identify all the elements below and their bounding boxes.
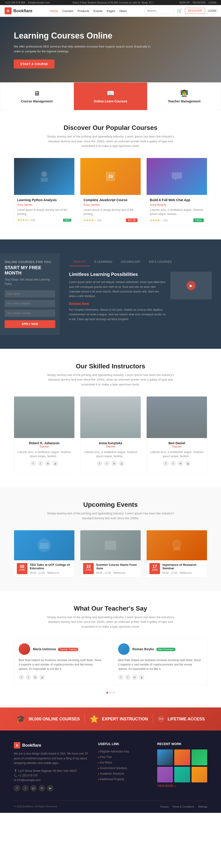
footer-li-icon[interactable]: in	[39, 785, 45, 792]
feature-box-online[interactable]: 📖 Online Learn Courses	[74, 82, 147, 110]
github-3-icon[interactable]: g	[185, 461, 191, 466]
t1-fb-icon[interactable]: f	[19, 675, 24, 680]
t1-tw-icon[interactable]: t	[26, 675, 31, 680]
footer-link-4[interactable]: Government Solutions	[98, 767, 127, 770]
footer-link-1[interactable]: Register Admission Key	[98, 750, 129, 753]
github-icon[interactable]: g	[52, 461, 58, 466]
nav-item-products[interactable]: Products	[78, 9, 89, 13]
login-link[interactable]: LOGIN	[209, 1, 216, 4]
nav-item-pages[interactable]: Pages	[107, 9, 115, 13]
register-now-link[interactable]: Register Now!	[69, 302, 89, 305]
footer-fb-icon[interactable]: f	[14, 785, 20, 792]
course-2-footer: ★★★★☆ (22) $47.00	[83, 218, 138, 222]
recent-thumb-1[interactable]	[157, 749, 173, 765]
facebook-3-icon[interactable]: f	[163, 461, 169, 466]
nav-item-events[interactable]: Events	[94, 9, 103, 13]
recent-thumb-6[interactable]	[191, 767, 207, 782]
event-card-3[interactable]: 17 JUNE Importance of Research Seminar 0…	[146, 530, 207, 577]
form-name-input[interactable]	[5, 290, 55, 298]
footer-recent-title: RECENT WORK	[157, 742, 207, 746]
cart-icon[interactable]: 🛒	[177, 8, 182, 13]
tab-vocabulary[interactable]: VOCABULARY	[116, 258, 145, 266]
nav-item-home[interactable]: Home	[50, 9, 58, 13]
instructor-2-role: Teacher	[83, 445, 138, 448]
form-email-input[interactable]	[5, 300, 55, 307]
course-card-chat[interactable]: Build A Full Web Chat App Anna Murphy Lo…	[146, 158, 207, 225]
t1-gh-icon[interactable]: g	[39, 675, 45, 680]
signup-link[interactable]: SIGN UP	[179, 1, 189, 4]
course-card-javascript[interactable]: JS Complete JavaScript Course Rosy Janse…	[80, 158, 141, 225]
tab-facility[interactable]: FACILITY	[69, 258, 90, 266]
testimonial-2-text: Best Rate helped our business increase i…	[118, 658, 202, 672]
register-button[interactable]: REGISTER	[185, 8, 205, 14]
facebook-2-icon[interactable]: f	[97, 461, 102, 466]
recent-thumb-3[interactable]	[191, 749, 207, 765]
form-phone-input[interactable]	[5, 310, 55, 317]
feature-box-teacher[interactable]: 👨‍🏫 Teacher Management	[147, 82, 221, 110]
facebook-icon[interactable]: f	[30, 461, 36, 466]
course-2-price: $47.00	[126, 218, 138, 222]
linkedin-icon[interactable]: in	[45, 461, 51, 466]
tab-kids[interactable]: KID'S COURSES	[145, 258, 176, 266]
dark-video-panel[interactable]: ▶	[170, 272, 212, 300]
footer-link-3[interactable]: Our Plans	[98, 761, 112, 764]
register-link[interactable]: REGISTER	[192, 1, 205, 4]
testimonials-section: What Our Teacher's Say Simply dummy text…	[0, 591, 221, 708]
event-card-2[interactable]: 10 JUNE Summer Course Starts From June 0…	[80, 530, 141, 577]
stars-2-icon: ★★★★☆	[83, 219, 96, 222]
instructor-card-1[interactable]: Robert K. Johanson Teacher Lobortis arcu…	[14, 396, 75, 473]
footer-gp-icon[interactable]: g+	[30, 785, 37, 792]
nav-item-news[interactable]: News	[119, 9, 127, 13]
recent-thumb-5[interactable]	[174, 767, 190, 782]
footer-yt-icon[interactable]: ▶	[47, 785, 53, 792]
linkedin-2-icon[interactable]: in	[111, 461, 117, 466]
footer-privacy-link[interactable]: Privacy	[160, 805, 169, 808]
t2-li-icon[interactable]: in	[132, 675, 138, 680]
hero-section: Learning Courses Online We offer profess…	[0, 17, 221, 82]
dark-right-panel: FACILITY E-LEARNING VOCABULARY KID'S COU…	[60, 253, 221, 335]
stat-courses-num: 90,000 ONLINE COURSES	[29, 717, 80, 721]
dot-2[interactable]	[110, 692, 111, 693]
instructor-3-role: Teacher	[150, 445, 204, 448]
instructor-card-2[interactable]: Anna Kunytska Teacher Lobortis arcu, a v…	[80, 396, 141, 473]
footer-sitemap-link[interactable]: Sitemap	[198, 805, 207, 808]
twitter-3-icon[interactable]: t	[170, 461, 176, 466]
dot-1[interactable]	[106, 692, 108, 693]
view-more-link[interactable]: VIEW MORE »	[157, 784, 207, 787]
event-3-meta: 08:00 - 11:00 Melbourne	[162, 571, 204, 574]
github-2-icon[interactable]: g	[119, 461, 124, 466]
logo[interactable]: B Bookflare	[5, 7, 32, 14]
footer-terms-link[interactable]: Terms & Conditions	[172, 805, 194, 808]
email-link[interactable]: info@example.com	[28, 1, 50, 4]
dot-3[interactable]	[113, 692, 115, 693]
instructor-1-name: Robert K. Johanson	[17, 441, 71, 445]
footer-link-6[interactable]: Intellectual Property	[98, 778, 124, 781]
stat-divider-1	[84, 714, 85, 723]
t2-tw-icon[interactable]: t	[125, 675, 131, 680]
twitter-2-icon[interactable]: t	[104, 461, 110, 466]
t1-li-icon[interactable]: in	[32, 675, 38, 680]
t2-fb-icon[interactable]: f	[118, 675, 124, 680]
apply-button[interactable]: APPLY NOW	[5, 320, 55, 328]
twitter-icon[interactable]: t	[38, 461, 43, 466]
footer-link-2[interactable]: Free Trial	[98, 755, 111, 759]
hero-cta-button[interactable]: START A COURSE	[14, 60, 54, 68]
search-input[interactable]	[144, 8, 174, 14]
nav-item-courses[interactable]: Courses	[62, 9, 73, 13]
footer-tw-icon[interactable]: t	[22, 785, 29, 792]
instruction-stat-icon: ⭐	[89, 715, 99, 723]
recent-thumb-2[interactable]	[174, 749, 190, 765]
tab-elearning[interactable]: E-LEARNING	[90, 258, 116, 266]
t2-gh-icon[interactable]: g	[139, 675, 144, 680]
footer-link-5[interactable]: Academic Solutions	[98, 772, 124, 775]
footer-grid: B Bookflare We are a new design studio b…	[14, 742, 207, 791]
recent-thumb-4[interactable]	[157, 767, 173, 782]
feature-box-management[interactable]: 🖥 Course Management	[0, 82, 74, 110]
instructor-body-2: Anna Kunytska Teacher Lobortis arcu, a v…	[80, 438, 141, 469]
login-button[interactable]: LOGIN	[208, 9, 216, 12]
event-card-1[interactable]: 08 JUNE TED Talks at UCF College of Educ…	[14, 530, 75, 577]
course-card-python[interactable]: Learning Python Analysis Tony Steven Lor…	[14, 158, 75, 225]
instructor-card-3[interactable]: Ben Daniel Teacher Lobortis arcu, a vest…	[146, 396, 207, 473]
linkedin-3-icon[interactable]: in	[178, 461, 183, 466]
play-button[interactable]: ▶	[186, 281, 196, 290]
